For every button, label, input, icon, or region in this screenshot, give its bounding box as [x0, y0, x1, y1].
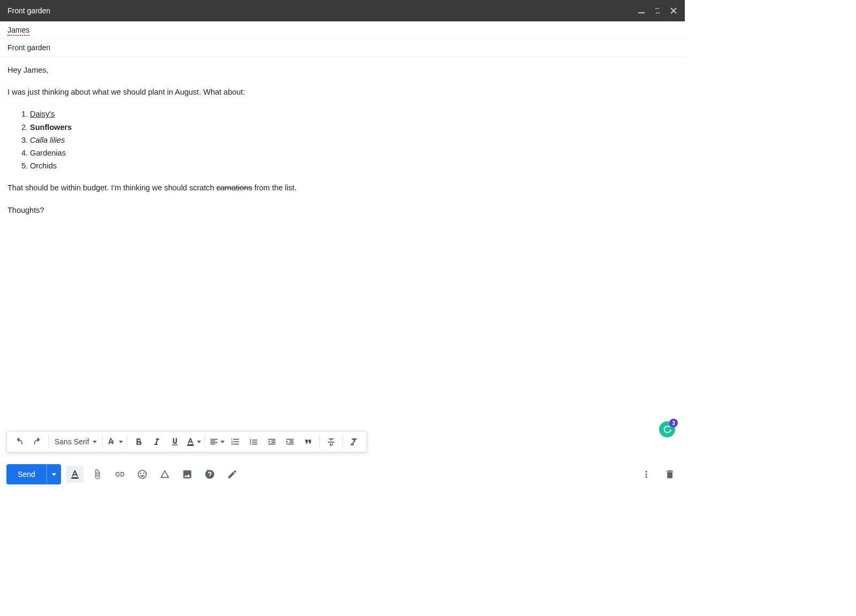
email-body[interactable]: Hey James, I was just thinking about wha…: [0, 57, 685, 217]
text-color-icon[interactable]: [186, 434, 201, 449]
grammarly-count: 3: [669, 419, 678, 427]
underline-icon[interactable]: [167, 434, 182, 449]
attach-icon[interactable]: [89, 466, 106, 483]
emoji-icon[interactable]: [134, 466, 151, 483]
link-icon[interactable]: [111, 466, 128, 483]
font-size-icon[interactable]: [106, 434, 123, 449]
chevron-down-icon: [93, 441, 97, 443]
close-icon[interactable]: [670, 7, 677, 14]
bottom-bar: Send: [6, 464, 678, 484]
svg-rect-0: [638, 12, 645, 13]
body-budget: That should be within budget. I'm thinki…: [7, 182, 677, 194]
align-icon[interactable]: [209, 434, 225, 449]
svg-rect-1: [187, 444, 194, 445]
grammarly-icon[interactable]: 3: [659, 421, 675, 437]
discard-icon[interactable]: [661, 466, 678, 483]
window-title: Front garden: [7, 6, 50, 15]
confidential-icon[interactable]: [201, 466, 218, 483]
recipients-field[interactable]: James: [0, 21, 685, 39]
send-group: Send: [6, 464, 61, 484]
more-options-icon[interactable]: [638, 466, 655, 483]
body-intro: I was just thinking about what we should…: [7, 86, 677, 98]
bold-icon[interactable]: [131, 434, 146, 449]
recipient-chip[interactable]: James: [7, 26, 29, 36]
bulleted-list-icon[interactable]: [246, 434, 261, 449]
insert-photo-icon[interactable]: [179, 466, 196, 483]
subject-text: Front garden: [7, 43, 50, 52]
list-item: Orchids: [30, 160, 677, 172]
minimize-icon[interactable]: [638, 7, 645, 14]
window-controls: [638, 7, 677, 14]
formatting-options-icon[interactable]: [66, 466, 83, 483]
list-item: Calla lilies: [30, 134, 677, 147]
clear-formatting-icon[interactable]: [347, 434, 362, 449]
indent-decrease-icon[interactable]: [264, 434, 279, 449]
font-name: Sans Serif: [55, 437, 89, 446]
bottom-bar-right: [638, 466, 678, 483]
signature-icon[interactable]: [224, 466, 241, 483]
chevron-down-icon: [220, 441, 225, 443]
body-list: Daisy's Sunflowers Calla lilies Gardenia…: [30, 108, 677, 172]
body-closing: Thoughts?: [7, 204, 677, 217]
indent-increase-icon[interactable]: [282, 434, 297, 449]
bottom-bar-left: Send: [6, 464, 241, 484]
window-titlebar: Front garden: [0, 0, 685, 21]
list-item: Sunflowers: [30, 121, 677, 134]
redo-icon[interactable]: [30, 434, 45, 449]
italic-icon[interactable]: [149, 434, 164, 449]
drive-icon[interactable]: [156, 466, 173, 483]
body-greeting: Hey James,: [7, 64, 677, 76]
svg-rect-3: [71, 478, 78, 479]
send-button[interactable]: Send: [6, 464, 47, 484]
list-item: Gardenias: [30, 147, 677, 159]
expand-icon[interactable]: [654, 7, 661, 14]
undo-icon[interactable]: [12, 434, 27, 449]
quote-icon[interactable]: [301, 434, 316, 449]
font-selector[interactable]: Sans Serif: [51, 437, 100, 446]
chevron-down-icon: [52, 473, 56, 476]
formatting-toolbar: Sans Serif: [6, 431, 367, 452]
list-item: Daisy's: [30, 108, 677, 120]
numbered-list-icon[interactable]: [228, 434, 243, 449]
send-more-button[interactable]: [47, 464, 61, 484]
strikethrough-icon[interactable]: [324, 434, 339, 449]
subject-field[interactable]: Front garden: [0, 39, 685, 57]
chevron-down-icon: [197, 441, 201, 443]
chevron-down-icon: [119, 441, 123, 443]
